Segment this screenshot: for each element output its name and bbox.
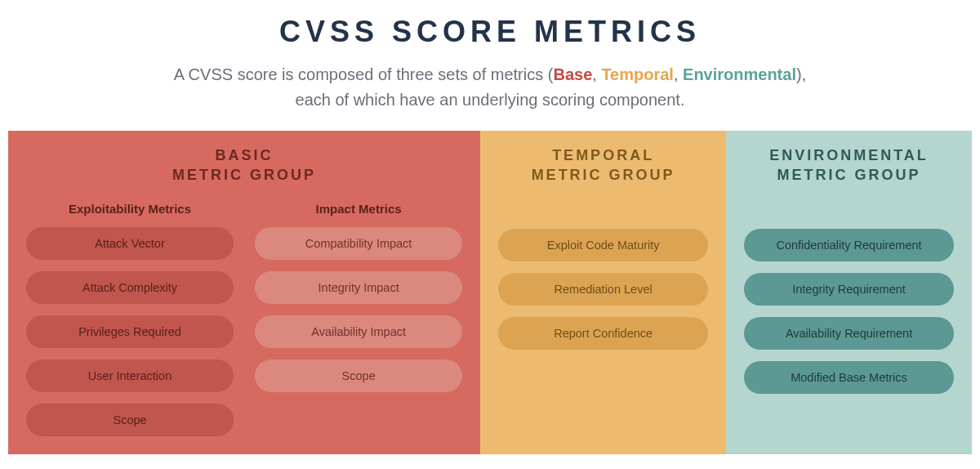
subtitle-word-environmental: Environmental xyxy=(683,65,796,83)
pill-report-confidence: Report Confidence xyxy=(498,317,708,350)
pill-integrity-impact: Integrity Impact xyxy=(255,271,462,304)
pill-user-interaction: User Interaction xyxy=(26,360,234,392)
subtitle-pre: A CVSS score is composed of three sets o… xyxy=(174,65,554,83)
panel-temporal: TEMPORAL METRIC GROUP Exploit Code Matur… xyxy=(480,131,726,454)
pill-attack-vector: Attack Vector xyxy=(26,227,234,260)
panel-basic-heading-line2: METRIC GROUP xyxy=(172,167,316,183)
pill-remediation-level: Remediation Level xyxy=(498,273,708,306)
subtitle: A CVSS score is composed of three sets o… xyxy=(74,62,906,113)
page-title: CVSS SCORE METRICS xyxy=(8,15,972,49)
basic-col-exploitability: Exploitability Metrics Attack Vector Att… xyxy=(26,202,234,436)
panel-temporal-heading-line2: METRIC GROUP xyxy=(532,167,675,183)
panel-temporal-heading-line1: TEMPORAL xyxy=(552,147,654,163)
pill-exploit-code-maturity: Exploit Code Maturity xyxy=(498,229,708,261)
pill-scope-exploit: Scope xyxy=(26,404,234,436)
pill-modified-base-metrics: Modified Base Metrics xyxy=(744,361,954,394)
panel-basic: BASIC METRIC GROUP Exploitability Metric… xyxy=(8,131,480,454)
pill-attack-complexity: Attack Complexity xyxy=(26,271,234,304)
panel-basic-heading: BASIC METRIC GROUP xyxy=(26,145,462,185)
panel-environmental-heading-line1: ENVIRONMENTAL xyxy=(769,147,929,163)
basic-col-b-title: Impact Metrics xyxy=(255,202,462,216)
subtitle-word-base: Base xyxy=(553,65,592,83)
pill-availability-impact: Availability Impact xyxy=(255,315,462,348)
basic-col-impact: Impact Metrics Compatibility Impact Inte… xyxy=(255,202,462,436)
pill-availability-requirement: Availability Requirement xyxy=(744,317,954,350)
subtitle-post2: each of which have an underlying scoring… xyxy=(296,91,685,109)
pill-compatibility-impact: Compatibility Impact xyxy=(255,227,462,260)
panel-environmental: ENVIRONMENTAL METRIC GROUP Confidentiali… xyxy=(726,131,972,454)
panel-basic-heading-line1: BASIC xyxy=(216,147,274,163)
panel-temporal-heading: TEMPORAL METRIC GROUP xyxy=(498,145,708,185)
basic-col-a-title: Exploitability Metrics xyxy=(26,202,234,216)
pill-scope-impact: Scope xyxy=(255,360,462,392)
pill-integrity-requirement: Integrity Requirement xyxy=(744,273,954,306)
panels-row: BASIC METRIC GROUP Exploitability Metric… xyxy=(8,131,972,454)
subtitle-sep2: , xyxy=(674,65,683,83)
panel-environmental-heading-line2: METRIC GROUP xyxy=(777,167,921,183)
subtitle-post1: ), xyxy=(796,65,806,83)
pill-privileges-required: Privileges Required xyxy=(26,315,234,348)
subtitle-word-temporal: Temporal xyxy=(601,65,674,83)
pill-confidentiality-requirement: Confidentiality Requirement xyxy=(744,229,954,261)
subtitle-sep1: , xyxy=(592,65,601,83)
panel-environmental-heading: ENVIRONMENTAL METRIC GROUP xyxy=(744,145,954,185)
